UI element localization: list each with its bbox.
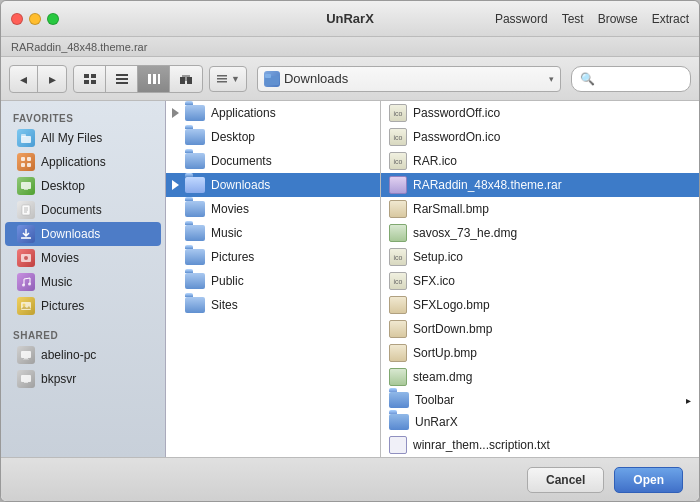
location-dropdown-arrow[interactable]: ▾ <box>549 74 554 84</box>
maximize-button[interactable] <box>47 13 59 25</box>
middle-item-applications[interactable]: Applications <box>166 101 380 125</box>
file-icon-rar <box>389 176 407 194</box>
traffic-lights <box>11 13 59 25</box>
location-bar[interactable]: Downloads ▾ <box>257 66 561 92</box>
applications-icon <box>17 153 35 171</box>
sidebar-label-pictures: Pictures <box>41 299 84 313</box>
bottom-bar: Cancel Open <box>1 457 699 501</box>
middle-item-documents[interactable]: Documents <box>166 149 380 173</box>
sidebar-item-desktop[interactable]: Desktop <box>5 174 161 198</box>
menu-test[interactable]: Test <box>562 12 584 26</box>
file-path-bar: RARaddin_48x48.theme.rar <box>1 37 699 57</box>
movies-icon <box>17 249 35 267</box>
middle-item-movies[interactable]: Movies <box>166 197 380 221</box>
sidebar-label-music: Music <box>41 275 72 289</box>
sidebar-item-movies[interactable]: Movies <box>5 246 161 270</box>
sidebar: FAVORITES All My Files Applications Desk… <box>1 101 166 457</box>
file-icon-ico: ico <box>389 272 407 290</box>
svg-rect-39 <box>23 359 29 360</box>
file-icon-dmg <box>389 224 407 242</box>
file-icon-dmg <box>389 368 407 386</box>
search-bar[interactable]: 🔍 <box>571 66 691 92</box>
list-view-button[interactable] <box>106 66 138 92</box>
sidebar-item-all-my-files[interactable]: All My Files <box>5 126 161 150</box>
svg-rect-15 <box>217 81 227 83</box>
sidebar-item-applications[interactable]: Applications <box>5 150 161 174</box>
file-icon-bmp <box>389 200 407 218</box>
open-button[interactable]: Open <box>614 467 683 493</box>
cancel-button[interactable]: Cancel <box>527 467 604 493</box>
middle-item-music[interactable]: Music <box>166 221 380 245</box>
desktop-icon <box>17 177 35 195</box>
search-input[interactable] <box>599 72 700 86</box>
middle-item-public[interactable]: Public <box>166 269 380 293</box>
favorites-section-label: FAVORITES <box>1 109 165 126</box>
svg-rect-5 <box>116 78 128 80</box>
menu-extract[interactable]: Extract <box>652 12 689 26</box>
sidebar-item-documents[interactable]: Documents <box>5 198 161 222</box>
file-icon-txt <box>389 436 407 454</box>
window: UnRarX Password Test Browse Extract RARa… <box>0 0 700 502</box>
cover-view-button[interactable] <box>170 66 202 92</box>
folder-icon <box>185 297 205 313</box>
svg-rect-9 <box>158 74 160 84</box>
svg-rect-0 <box>84 74 89 78</box>
right-item-rar-ico[interactable]: ico RAR.ico <box>381 149 699 173</box>
middle-item-desktop[interactable]: Desktop <box>166 125 380 149</box>
close-button[interactable] <box>11 13 23 25</box>
sidebar-label-movies: Movies <box>41 251 79 265</box>
middle-item-pictures[interactable]: Pictures <box>166 245 380 269</box>
menu-browse[interactable]: Browse <box>598 12 638 26</box>
svg-rect-30 <box>21 237 31 239</box>
right-item-steam[interactable]: steam.dmg <box>381 365 699 389</box>
svg-rect-20 <box>21 157 25 161</box>
right-item-passwordon[interactable]: ico PasswordOn.ico <box>381 125 699 149</box>
location-text: Downloads <box>284 71 545 86</box>
sidebar-item-downloads[interactable]: Downloads <box>5 222 161 246</box>
right-item-sfx[interactable]: ico SFX.ico <box>381 269 699 293</box>
sidebar-item-pictures[interactable]: Pictures <box>5 294 161 318</box>
right-item-savosx[interactable]: savosx_73_he.dmg <box>381 221 699 245</box>
right-item-winrar-txt[interactable]: winrar_them...scription.txt <box>381 433 699 457</box>
right-item-unrarx[interactable]: UnRarX <box>381 411 699 433</box>
right-item-sortup[interactable]: SortUp.bmp <box>381 341 699 365</box>
minimize-button[interactable] <box>29 13 41 25</box>
file-icon-ico: ico <box>389 104 407 122</box>
folder-icon <box>185 177 205 193</box>
file-icon-bmp <box>389 344 407 362</box>
icon-view-button[interactable] <box>74 66 106 92</box>
middle-item-downloads[interactable]: Downloads <box>166 173 380 197</box>
arrange-button[interactable]: ▼ <box>209 66 247 92</box>
sidebar-item-bkpsvr[interactable]: bkpsvr <box>5 367 161 391</box>
right-item-sfxlogo[interactable]: SFXLogo.bmp <box>381 293 699 317</box>
right-item-raraddin-rar[interactable]: RARaddin_48x48.theme.rar <box>381 173 699 197</box>
sidebar-label-documents: Documents <box>41 203 102 217</box>
svg-rect-13 <box>217 75 227 77</box>
middle-pane: Applications Desktop Documents Downloads <box>166 101 381 457</box>
right-item-sortdown[interactable]: SortDown.bmp <box>381 317 699 341</box>
right-item-rarsmall[interactable]: RarSmall.bmp <box>381 197 699 221</box>
right-item-toolbar-folder[interactable]: Toolbar ▸ <box>381 389 699 411</box>
sidebar-item-abelino[interactable]: abelino-pc <box>5 343 161 367</box>
right-item-setup[interactable]: ico Setup.ico <box>381 245 699 269</box>
svg-rect-6 <box>116 82 128 84</box>
back-button[interactable]: ◂ <box>10 66 38 92</box>
folder-icon <box>389 414 409 430</box>
file-icon-ico: ico <box>389 248 407 266</box>
title-bar: UnRarX Password Test Browse Extract <box>1 1 699 37</box>
right-item-passwordoff[interactable]: ico PasswordOff.ico <box>381 101 699 125</box>
sidebar-item-music[interactable]: Music <box>5 270 161 294</box>
folder-icon <box>185 273 205 289</box>
pictures-icon <box>17 297 35 315</box>
view-button-group <box>73 65 203 93</box>
forward-button[interactable]: ▸ <box>38 66 66 92</box>
middle-item-sites[interactable]: Sites <box>166 293 380 317</box>
folder-icon <box>185 201 205 217</box>
svg-rect-22 <box>21 163 25 167</box>
svg-rect-19 <box>21 134 26 137</box>
menu-password[interactable]: Password <box>495 12 548 26</box>
column-view-button[interactable] <box>138 66 170 92</box>
sidebar-label-abelino: abelino-pc <box>41 348 96 362</box>
svg-rect-4 <box>116 74 128 76</box>
svg-rect-17 <box>265 74 271 78</box>
